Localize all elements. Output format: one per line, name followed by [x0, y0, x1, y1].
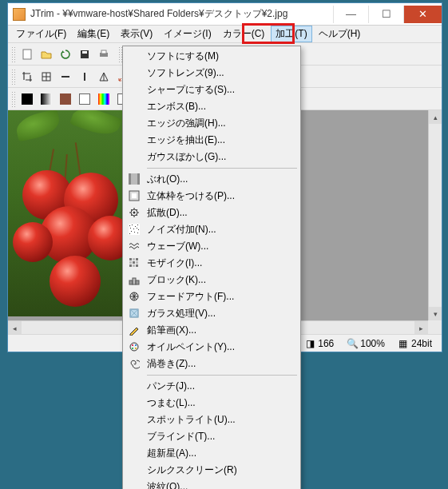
menu-option-label: スポットライト(U)... — [147, 413, 236, 427]
image-preview[interactable] — [8, 110, 129, 316]
scroll-corner — [428, 320, 442, 334]
menu-option[interactable]: 鉛筆画(X)... — [125, 322, 299, 339]
menu-option[interactable]: ガラス処理(V)... — [125, 305, 299, 322]
svg-rect-9 — [84, 73, 85, 81]
scroll-up-button[interactable]: ▴ — [429, 110, 442, 124]
swatch-black[interactable] — [18, 90, 36, 108]
menu-option[interactable]: ソフトにする(M) — [125, 48, 299, 65]
swatch-brown[interactable] — [57, 90, 74, 108]
menu-option[interactable]: オイルペイント(Y)... — [125, 339, 299, 356]
svg-rect-32 — [129, 261, 132, 264]
ruler-icon: ◨ — [304, 338, 315, 349]
menu-option[interactable]: 拡散(D)... — [125, 205, 299, 221]
scroll-right-button[interactable]: ▸ — [414, 321, 428, 334]
svg-rect-27 — [129, 233, 130, 234]
menu-option[interactable]: シルクスクリーン(R) — [125, 462, 299, 479]
minimize-button[interactable]: — — [333, 6, 368, 23]
svg-rect-30 — [133, 258, 135, 260]
menu-option-label: パンチ(J)... — [147, 380, 195, 393]
open-button[interactable] — [38, 46, 55, 63]
swatch-gradient[interactable] — [38, 90, 55, 108]
frame-icon — [128, 189, 141, 202]
menu-option-label: オイルペイント(Y)... — [147, 340, 235, 354]
menu-option[interactable]: モザイク(I)... — [125, 255, 299, 272]
svg-rect-40 — [136, 280, 139, 284]
swatch-rainbow[interactable] — [95, 90, 113, 108]
menu-option[interactable]: 立体枠をつける(P)... — [125, 188, 299, 205]
svg-rect-28 — [137, 233, 138, 233]
scroll-left-button[interactable]: ◂ — [8, 321, 22, 334]
toolbar-grip — [11, 91, 16, 107]
menu-item-1[interactable]: 編集(E) — [73, 26, 114, 42]
pencil-icon — [128, 324, 141, 336]
new-button[interactable] — [18, 46, 36, 63]
menu-option[interactable]: シャープにする(S)... — [125, 82, 299, 98]
menu-option[interactable]: フェードアウト(F)... — [125, 288, 299, 305]
menu-option[interactable]: 渦巻き(Z)... — [125, 356, 299, 372]
toolbar-grip — [11, 69, 16, 85]
menu-option[interactable]: ガウスぼかし(G)... — [125, 149, 299, 165]
menu-item-5[interactable]: 加工(T) — [271, 26, 311, 42]
refresh-button[interactable] — [57, 46, 74, 63]
svg-rect-20 — [137, 225, 138, 225]
svg-rect-33 — [133, 261, 135, 264]
menu-option-label: ブロック(K)... — [147, 273, 206, 287]
menu-option[interactable]: パンチ(J)... — [125, 378, 299, 395]
menu-option[interactable]: ブラインド(T)... — [125, 428, 299, 445]
menu-option[interactable]: エッジを抽出(E)... — [125, 132, 299, 149]
menu-option[interactable]: ノイズ付加(N)... — [125, 221, 299, 238]
svg-rect-31 — [136, 258, 138, 260]
tool-button[interactable] — [57, 68, 74, 85]
menu-option[interactable]: ウェーブ(W)... — [125, 238, 299, 255]
menu-item-3[interactable]: イメージ(I) — [159, 26, 216, 42]
svg-rect-17 — [129, 225, 130, 226]
vertical-scrollbar[interactable]: ▴ ▾ — [428, 110, 442, 320]
svg-rect-18 — [132, 225, 133, 225]
swatch-outline[interactable] — [76, 90, 93, 108]
svg-rect-37 — [136, 264, 138, 267]
svg-rect-11 — [131, 173, 137, 185]
glass-icon — [128, 307, 141, 320]
svg-point-44 — [132, 344, 133, 346]
menu-option[interactable]: ぶれ(O)... — [125, 171, 299, 188]
menu-option[interactable]: 波紋(Q)... — [125, 479, 299, 489]
svg-rect-19 — [135, 226, 136, 227]
status-dim-value: 166 — [318, 338, 334, 349]
menu-option[interactable]: ソフトレンズ(9)... — [125, 65, 299, 82]
menu-option-label: エッジの強調(H)... — [147, 117, 226, 130]
menu-item-6[interactable]: ヘルプ(H) — [314, 26, 366, 42]
menu-option-label: ソフトにする(M) — [147, 50, 219, 63]
resize-button[interactable] — [38, 68, 55, 85]
tool-button[interactable] — [76, 68, 93, 85]
spiral-icon — [128, 357, 141, 370]
svg-rect-25 — [131, 231, 132, 232]
save-button[interactable] — [76, 46, 93, 63]
title-bar: JTrim - ¥¥vmware-host¥Shared Folders¥デスク… — [8, 3, 442, 26]
print-button[interactable] — [95, 46, 113, 63]
svg-rect-36 — [133, 264, 135, 267]
dropdown-menu: ソフトにする(M)ソフトレンズ(9)...シャープにする(S)...エンボス(B… — [122, 46, 301, 489]
menu-option[interactable]: つまむ(L)... — [125, 395, 299, 411]
menu-option[interactable]: 超新星(A)... — [125, 445, 299, 462]
scroll-down-button[interactable]: ▾ — [429, 307, 442, 320]
menu-option[interactable]: ブロック(K)... — [125, 272, 299, 288]
flip-button[interactable] — [95, 68, 113, 85]
menu-item-2[interactable]: 表示(V) — [116, 26, 157, 42]
menu-item-0[interactable]: ファイル(F) — [11, 26, 71, 42]
close-button[interactable]: ✕ — [403, 6, 442, 23]
menu-option[interactable]: スポットライト(U)... — [125, 411, 299, 428]
status-zoom-value: 100% — [360, 338, 385, 349]
menu-option[interactable]: エッジの強調(H)... — [125, 115, 299, 132]
maximize-button[interactable]: ☐ — [368, 6, 403, 23]
menu-option-label: モザイク(I)... — [147, 256, 202, 270]
grid-icon: ▦ — [398, 338, 409, 349]
menu-separator — [147, 375, 297, 376]
crop-button[interactable] — [18, 68, 36, 85]
menu-separator — [147, 168, 297, 169]
toolbar-grip — [11, 46, 16, 62]
status-depth-value: 24bit — [411, 338, 432, 349]
svg-rect-22 — [133, 229, 134, 229]
menu-option[interactable]: エンボス(B)... — [125, 98, 299, 115]
svg-point-43 — [130, 343, 138, 351]
menu-item-4[interactable]: カラー(C) — [218, 26, 270, 42]
